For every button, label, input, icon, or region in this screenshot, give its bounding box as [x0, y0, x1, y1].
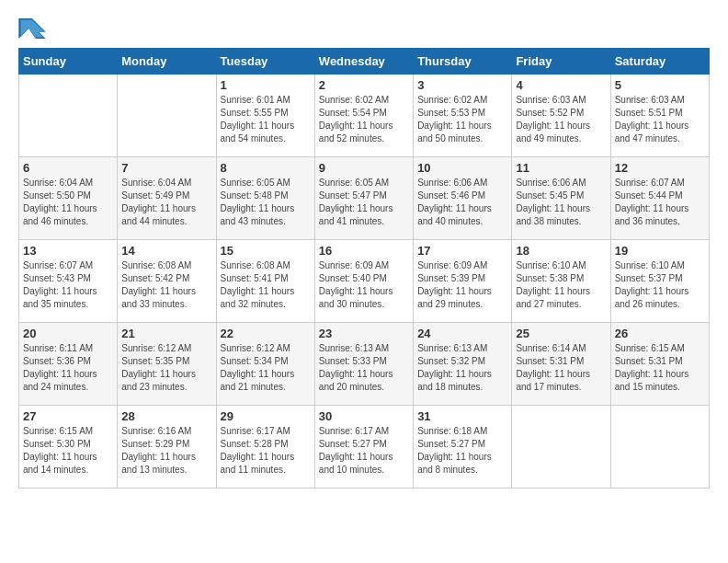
day-info: Sunrise: 6:07 AMSunset: 5:43 PMDaylight:… [23, 259, 113, 311]
day-number: 18 [516, 244, 606, 258]
day-info: Sunrise: 6:14 AMSunset: 5:31 PMDaylight:… [516, 342, 606, 394]
day-info: Sunrise: 6:04 AMSunset: 5:49 PMDaylight:… [121, 177, 211, 228]
day-number: 24 [417, 327, 507, 340]
day-info: Sunrise: 6:12 AMSunset: 5:34 PMDaylight:… [221, 342, 311, 394]
day-cell: 19Sunrise: 6:10 AMSunset: 5:37 PMDayligh… [610, 240, 709, 323]
day-cell: 18Sunrise: 6:10 AMSunset: 5:38 PMDayligh… [512, 240, 610, 323]
header-row: SundayMondayTuesdayWednesdayThursdayFrid… [19, 49, 710, 75]
day-cell: 31Sunrise: 6:18 AMSunset: 5:27 PMDayligh… [414, 406, 512, 488]
day-info: Sunrise: 6:13 AMSunset: 5:32 PMDaylight:… [417, 342, 507, 394]
day-number: 7 [121, 161, 211, 175]
day-info: Sunrise: 6:10 AMSunset: 5:38 PMDaylight:… [516, 259, 606, 311]
day-number: 29 [221, 409, 311, 423]
day-info: Sunrise: 6:03 AMSunset: 5:52 PMDaylight:… [516, 94, 606, 145]
day-cell: 11Sunrise: 6:06 AMSunset: 5:45 PMDayligh… [512, 157, 610, 240]
day-info: Sunrise: 6:18 AMSunset: 5:27 PMDaylight:… [417, 425, 507, 477]
day-info: Sunrise: 6:15 AMSunset: 5:31 PMDaylight:… [615, 342, 705, 394]
day-number: 5 [615, 78, 705, 92]
day-number: 30 [319, 409, 409, 423]
day-number: 20 [23, 327, 113, 340]
day-info: Sunrise: 6:01 AMSunset: 5:55 PMDaylight:… [221, 94, 311, 145]
day-cell: 7Sunrise: 6:04 AMSunset: 5:49 PMDaylight… [118, 157, 216, 240]
day-info: Sunrise: 6:05 AMSunset: 5:47 PMDaylight:… [319, 177, 409, 228]
logo-icon [18, 18, 46, 39]
week-row-2: 6Sunrise: 6:04 AMSunset: 5:50 PMDaylight… [19, 157, 710, 240]
day-cell: 23Sunrise: 6:13 AMSunset: 5:33 PMDayligh… [314, 323, 413, 406]
day-cell: 26Sunrise: 6:15 AMSunset: 5:31 PMDayligh… [610, 323, 709, 406]
header-monday: Monday [118, 49, 216, 75]
day-cell: 24Sunrise: 6:13 AMSunset: 5:32 PMDayligh… [414, 323, 512, 406]
day-cell: 25Sunrise: 6:14 AMSunset: 5:31 PMDayligh… [512, 323, 610, 406]
day-number: 19 [615, 244, 705, 258]
day-number: 25 [516, 327, 606, 340]
day-cell: 12Sunrise: 6:07 AMSunset: 5:44 PMDayligh… [610, 157, 709, 240]
day-info: Sunrise: 6:02 AMSunset: 5:54 PMDaylight:… [319, 94, 409, 145]
day-cell: 14Sunrise: 6:08 AMSunset: 5:42 PMDayligh… [118, 240, 216, 323]
day-number: 2 [319, 78, 409, 92]
day-info: Sunrise: 6:07 AMSunset: 5:44 PMDaylight:… [615, 177, 705, 228]
day-number: 22 [221, 327, 311, 340]
day-number: 21 [121, 327, 211, 340]
day-cell: 22Sunrise: 6:12 AMSunset: 5:34 PMDayligh… [216, 323, 314, 406]
day-number: 14 [121, 244, 211, 258]
day-info: Sunrise: 6:02 AMSunset: 5:53 PMDaylight:… [417, 94, 507, 145]
day-cell: 6Sunrise: 6:04 AMSunset: 5:50 PMDaylight… [19, 157, 118, 240]
day-cell: 5Sunrise: 6:03 AMSunset: 5:51 PMDaylight… [610, 75, 709, 157]
day-cell: 9Sunrise: 6:05 AMSunset: 5:47 PMDaylight… [314, 157, 413, 240]
header-sunday: Sunday [19, 49, 118, 75]
day-number: 12 [615, 161, 705, 175]
day-number: 8 [221, 161, 311, 175]
day-number: 27 [23, 409, 113, 423]
day-info: Sunrise: 6:12 AMSunset: 5:35 PMDaylight:… [121, 342, 211, 394]
day-number: 1 [221, 78, 311, 92]
day-cell [118, 75, 216, 157]
day-number: 10 [417, 161, 507, 175]
logo [18, 18, 50, 39]
day-cell: 16Sunrise: 6:09 AMSunset: 5:40 PMDayligh… [314, 240, 413, 323]
day-info: Sunrise: 6:08 AMSunset: 5:42 PMDaylight:… [121, 259, 211, 311]
day-cell: 3Sunrise: 6:02 AMSunset: 5:53 PMDaylight… [414, 75, 512, 157]
header-thursday: Thursday [414, 49, 512, 75]
day-info: Sunrise: 6:04 AMSunset: 5:50 PMDaylight:… [23, 177, 113, 228]
day-cell: 4Sunrise: 6:03 AMSunset: 5:52 PMDaylight… [512, 75, 610, 157]
day-cell: 10Sunrise: 6:06 AMSunset: 5:46 PMDayligh… [414, 157, 512, 240]
day-info: Sunrise: 6:13 AMSunset: 5:33 PMDaylight:… [319, 342, 409, 394]
page-header [18, 18, 710, 39]
week-row-5: 27Sunrise: 6:15 AMSunset: 5:30 PMDayligh… [19, 406, 710, 488]
week-row-3: 13Sunrise: 6:07 AMSunset: 5:43 PMDayligh… [19, 240, 710, 323]
day-info: Sunrise: 6:05 AMSunset: 5:48 PMDaylight:… [221, 177, 311, 228]
day-number: 15 [221, 244, 311, 258]
day-info: Sunrise: 6:09 AMSunset: 5:39 PMDaylight:… [417, 259, 507, 311]
day-info: Sunrise: 6:16 AMSunset: 5:29 PMDaylight:… [121, 425, 211, 477]
day-cell: 2Sunrise: 6:02 AMSunset: 5:54 PMDaylight… [314, 75, 413, 157]
day-info: Sunrise: 6:15 AMSunset: 5:30 PMDaylight:… [23, 425, 113, 477]
day-info: Sunrise: 6:17 AMSunset: 5:27 PMDaylight:… [319, 425, 409, 477]
day-number: 9 [319, 161, 409, 175]
week-row-1: 1Sunrise: 6:01 AMSunset: 5:55 PMDaylight… [19, 75, 710, 157]
day-number: 16 [319, 244, 409, 258]
day-number: 28 [121, 409, 211, 423]
day-info: Sunrise: 6:09 AMSunset: 5:40 PMDaylight:… [319, 259, 409, 311]
day-info: Sunrise: 6:06 AMSunset: 5:46 PMDaylight:… [417, 177, 507, 228]
header-saturday: Saturday [610, 49, 709, 75]
day-cell: 30Sunrise: 6:17 AMSunset: 5:27 PMDayligh… [314, 406, 413, 488]
day-cell: 13Sunrise: 6:07 AMSunset: 5:43 PMDayligh… [19, 240, 118, 323]
day-number: 3 [417, 78, 507, 92]
day-number: 23 [319, 327, 409, 340]
day-number: 26 [615, 327, 705, 340]
day-number: 11 [516, 161, 606, 175]
day-cell: 1Sunrise: 6:01 AMSunset: 5:55 PMDaylight… [216, 75, 314, 157]
day-info: Sunrise: 6:17 AMSunset: 5:28 PMDaylight:… [221, 425, 311, 477]
day-cell: 15Sunrise: 6:08 AMSunset: 5:41 PMDayligh… [216, 240, 314, 323]
day-number: 4 [516, 78, 606, 92]
day-cell: 27Sunrise: 6:15 AMSunset: 5:30 PMDayligh… [19, 406, 118, 488]
day-number: 31 [417, 409, 507, 423]
day-info: Sunrise: 6:11 AMSunset: 5:36 PMDaylight:… [23, 342, 113, 394]
day-cell [19, 75, 118, 157]
day-number: 17 [417, 244, 507, 258]
day-cell [512, 406, 610, 488]
header-wednesday: Wednesday [314, 49, 413, 75]
day-number: 13 [23, 244, 113, 258]
day-cell: 17Sunrise: 6:09 AMSunset: 5:39 PMDayligh… [414, 240, 512, 323]
day-cell: 28Sunrise: 6:16 AMSunset: 5:29 PMDayligh… [118, 406, 216, 488]
